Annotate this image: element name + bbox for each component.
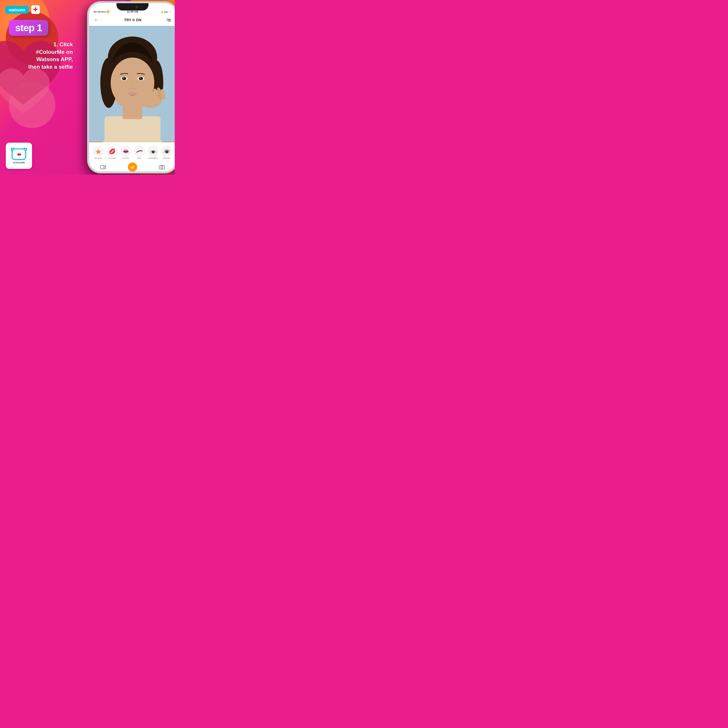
mascara-item[interactable]: Mascara [162,146,172,159]
status-left: No Service 📶 [94,11,109,13]
svg-rect-31 [100,165,104,169]
pharmacy-cross-icon: ✚ [33,7,38,12]
back-button[interactable]: ← [94,17,99,23]
phone-mockup: No Service 📶 11:09 AM 🔒 27% ⚡ ← TRY it O… [87,2,175,173]
eyeshadow-label: Eyeshadow [149,157,158,159]
svg-point-25 [166,151,168,153]
hot-looks-label: Hot Looks [94,157,102,159]
battery-charging-icon: ⚡ [169,11,171,13]
step-banner: step 1 [9,20,48,36]
pharmacy-badge: ✚ [31,5,40,14]
lips-emoji-icon: 👄 [17,152,21,157]
brow-label: Brow [138,157,141,159]
cart-icon[interactable]: 🛍 [167,17,171,23]
phone-mute-button [87,26,88,34]
battery-icon: 🔒 [161,11,163,13]
watsons-logo: watsons [5,6,29,14]
colour-me-logo: 👄 #ColourMe [6,143,32,169]
brow-icon [134,146,145,157]
instructions-text: 1. Click #ColourMe on Watsons APP, then … [6,41,73,71]
svg-point-16 [140,77,141,78]
lip-liner-icon: 👄 [121,146,131,157]
svg-point-33 [161,167,163,168]
watsons-label: watsons [9,7,25,12]
phone-vol-up-button [87,37,88,48]
battery-text: 27% [164,11,168,13]
lip-colour-icon: 💋 [107,146,117,157]
phone-body: No Service 📶 11:09 AM 🔒 27% ⚡ ← TRY it O… [87,2,175,173]
makeup-toolbar: Hot Looks 💋 Lip Colour 👄 Lip Liner [89,142,175,163]
svg-rect-2 [104,116,161,142]
lip-liner-label: Lip Liner [122,157,129,159]
colour-me-face-icon: 👄 [11,148,27,161]
status-time: 11:09 AM [127,10,138,13]
phone-vol-down-button [87,51,88,63]
brow-item[interactable]: Brow [134,146,145,159]
mascara-label: Mascara [163,157,170,159]
app-header: ← TRY it ON 🛍 [89,14,175,26]
eyeshadow-item[interactable]: Eyeshadow [148,146,158,159]
bg-blob [0,64,52,124]
lip-liner-item[interactable]: 👄 Lip Liner [121,146,131,159]
action-bar [89,163,175,171]
instructions: 1. Click #ColourMe on Watsons APP, then … [6,41,73,71]
svg-point-23 [152,151,154,153]
hot-looks-icon [93,146,104,157]
status-right: 🔒 27% ⚡ [161,11,171,13]
wifi-icon: 📶 [107,11,109,13]
video-button[interactable] [100,164,107,171]
header: watsons ✚ [5,5,40,14]
hot-looks-item[interactable]: Hot Looks [93,146,104,159]
no-service-text: No Service [94,11,106,13]
colour-me-text: #ColourMe [13,161,25,164]
confirm-button[interactable] [128,162,137,172]
lip-colour-item[interactable]: 💋 Lip Colour [107,146,117,159]
app-title: TRY it ON [124,18,141,22]
mascara-icon [162,146,172,157]
eyeshadow-icon [148,146,158,157]
face-outline-icon: 👄 [12,148,26,160]
camera-button[interactable] [158,164,166,171]
lip-colour-label: Lip Colour [108,157,116,159]
phone-notch [116,3,149,11]
step-label: step 1 [15,22,42,33]
front-camera-icon [136,6,138,8]
camera-area [89,26,175,142]
svg-point-12 [123,77,124,78]
face-illustration [89,26,175,142]
